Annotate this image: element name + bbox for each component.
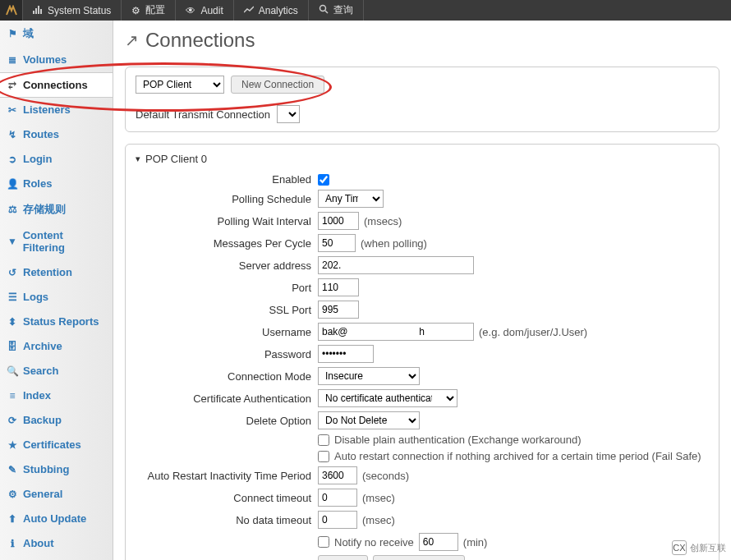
sidebar-item-auto-update[interactable]: ⬆Auto Update	[0, 507, 113, 531]
nav-system-status[interactable]: System Status	[23, 0, 122, 21]
new-connection-button[interactable]: New Connection	[231, 76, 324, 94]
sidebar-item-roles[interactable]: 👤Roles	[0, 172, 113, 196]
disk-icon: ≣	[7, 54, 18, 66]
gear-icon: ⚙	[131, 5, 140, 16]
auto-restart-checkbox[interactable]	[318, 451, 329, 462]
polling-wait-unit: (msecs)	[364, 215, 402, 227]
watermark: CX 创新互联	[672, 540, 726, 555]
gear-icon: ⚙	[7, 489, 18, 500]
sidebar-item-label: Content Filtering	[23, 229, 106, 254]
sidebar-item-label: Roles	[23, 177, 52, 190]
update-icon: ⬆	[7, 513, 18, 525]
caret-down-icon: ▾	[136, 154, 140, 164]
mic-icon: ✂	[7, 104, 18, 116]
notify-no-receive-checkbox[interactable]	[318, 536, 329, 548]
nav-audit[interactable]: 👁 Audit	[176, 0, 233, 21]
polling-wait-input[interactable]	[318, 212, 359, 230]
svg-point-4	[320, 6, 325, 11]
sidebar-item-content-filtering[interactable]: ▼Content Filtering	[0, 223, 113, 260]
notify-no-receive-label: Notify no receive	[334, 536, 414, 549]
sidebar-item-label: Auto Update	[23, 512, 86, 525]
test-connection-button[interactable]: Test Connection	[373, 555, 465, 560]
stub-icon: ✎	[7, 464, 18, 475]
sidebar-item-index[interactable]: ≡Index	[0, 383, 113, 408]
page-title-text: Connections	[145, 29, 255, 52]
enabled-checkbox[interactable]	[318, 174, 329, 186]
sidebar-item-label: Listeners	[23, 103, 71, 116]
sidebar-item-storage-rules[interactable]: ⚖存储规则	[0, 196, 113, 223]
sidebar-item-domain[interactable]: ⚑域	[0, 21, 113, 48]
sidebar-item-volumes[interactable]: ≣Volumes	[0, 48, 113, 72]
auto-restart-tp-input[interactable]	[318, 466, 357, 484]
port-input[interactable]	[318, 278, 359, 296]
app-logo	[0, 0, 23, 21]
delete-button[interactable]: Delete	[318, 555, 368, 560]
messages-per-cycle-hint: (when polling)	[361, 237, 427, 250]
flag-icon: ⚑	[7, 28, 18, 39]
sidebar-item-connections[interactable]: ⥂Connections	[0, 72, 113, 98]
cert-auth-label: Certificate Authentication	[136, 392, 318, 405]
connection-mode-select[interactable]: Insecure	[318, 367, 420, 385]
stats-icon: ⬍	[7, 316, 18, 328]
scale-icon: ⚖	[7, 204, 18, 215]
server-address-input[interactable]	[318, 256, 474, 274]
sidebar-item-label: 存储规则	[23, 202, 66, 217]
username-input[interactable]	[318, 323, 474, 341]
search-icon: 🔍	[7, 365, 18, 377]
messages-per-cycle-label: Messages Per Cycle	[136, 237, 318, 250]
sidebar-item-status-reports[interactable]: ⬍Status Reports	[0, 310, 113, 334]
sidebar-item-backup[interactable]: ⟳Backup	[0, 408, 113, 433]
default-transmit-label: Default Transmit Connection	[136, 108, 270, 121]
password-label: Password	[136, 348, 318, 360]
external-link-icon: ↗	[125, 30, 139, 50]
username-hint: (e.g. dom/juser/J.User)	[479, 326, 587, 338]
sidebar-item-login[interactable]: ➲Login	[0, 147, 113, 172]
auto-restart-label: Auto restart connection if nothing archi…	[334, 450, 701, 462]
polling-schedule-select[interactable]: Any Time	[318, 190, 384, 208]
login-icon: ➲	[7, 154, 18, 165]
sidebar-item-label: General	[23, 488, 62, 500]
sidebar-item-label: About	[23, 537, 54, 549]
disable-plain-auth-checkbox[interactable]	[318, 434, 329, 446]
nodata-timeout-label: No data timeout	[136, 514, 318, 526]
connection-toolbar-panel: POP Client New Connection Default Transm…	[125, 67, 720, 132]
svg-rect-1	[35, 8, 37, 14]
auto-restart-tp-unit: (seconds)	[362, 470, 409, 482]
sidebar-item-search[interactable]: 🔍Search	[0, 359, 113, 383]
sidebar-item-label: Login	[23, 153, 52, 165]
sidebar-item-routes[interactable]: ↯Routes	[0, 122, 113, 147]
connection-detail-panel: ▾ POP Client 0 Enabled Polling Schedule …	[125, 144, 720, 560]
sidebar-item-stubbing[interactable]: ✎Stubbing	[0, 457, 113, 482]
filter-icon: ▼	[7, 236, 18, 247]
nav-label: 查询	[333, 3, 353, 17]
delete-option-select[interactable]: Do Not Delete	[318, 411, 420, 429]
sidebar-item-retention[interactable]: ↺Retention	[0, 260, 113, 285]
section-header[interactable]: ▾ POP Client 0	[136, 153, 709, 165]
bars-icon	[33, 5, 43, 16]
messages-per-cycle-input[interactable]	[318, 234, 356, 252]
nav-query[interactable]: 查询	[309, 0, 364, 21]
nav-config[interactable]: ⚙ 配置	[122, 0, 176, 21]
sidebar-item-listeners[interactable]: ✂Listeners	[0, 98, 113, 122]
sidebar-item-label: Routes	[23, 128, 59, 140]
connect-timeout-input[interactable]	[318, 489, 357, 507]
nodata-timeout-input[interactable]	[318, 511, 357, 529]
notify-no-receive-input[interactable]	[419, 533, 458, 551]
ssl-port-input[interactable]	[318, 301, 359, 319]
sidebar-item-label: Logs	[23, 291, 48, 303]
server-address-label: Server address	[136, 259, 318, 272]
sidebar-item-general[interactable]: ⚙General	[0, 482, 113, 507]
sidebar-item-about[interactable]: ℹAbout	[0, 531, 113, 556]
connection-type-select[interactable]: POP Client	[136, 76, 224, 94]
port-label: Port	[136, 282, 318, 294]
sidebar-item-logs[interactable]: ☰Logs	[0, 285, 113, 310]
sidebar-item-certificates[interactable]: ★Certificates	[0, 433, 113, 457]
search-icon	[319, 4, 329, 16]
default-transmit-select[interactable]	[277, 105, 300, 123]
sidebar-item-archive[interactable]: 🗄Archive	[0, 334, 113, 359]
nav-analytics[interactable]: Analytics	[234, 0, 309, 21]
top-nav: System Status ⚙ 配置 👁 Audit Analytics 查询	[0, 0, 731, 21]
cert-auth-select[interactable]: No certificate authentication	[318, 389, 457, 407]
password-input[interactable]	[318, 345, 374, 363]
ssl-port-label: SSL Port	[136, 304, 318, 316]
